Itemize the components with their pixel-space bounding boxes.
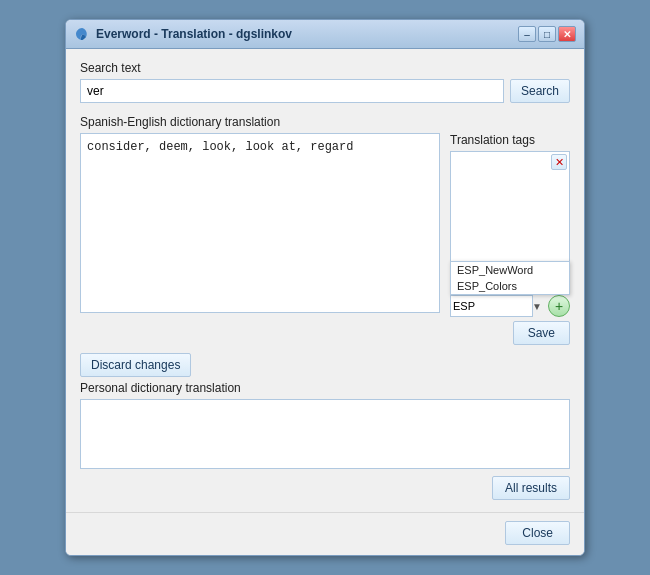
main-area: consider, deem, look, look at, regard Tr… [80, 133, 570, 345]
personal-dict-textarea[interactable] [80, 399, 570, 469]
discard-changes-button[interactable]: Discard changes [80, 353, 191, 377]
main-content: Search text Search Spanish-English dicti… [66, 49, 584, 512]
add-tag-button[interactable]: + [548, 295, 570, 317]
all-results-button[interactable]: All results [492, 476, 570, 500]
search-row: Search [80, 79, 570, 103]
search-label: Search text [80, 61, 570, 75]
title-buttons: – □ ✕ [518, 26, 576, 42]
personal-dict-bottom: All results [80, 476, 570, 500]
tags-label: Translation tags [450, 133, 570, 147]
discard-row: Discard changes [80, 353, 570, 377]
dropdown-list: ESP_NewWord ESP_Colors [450, 261, 570, 295]
title-bar-left: Everword - Translation - dgslinkov [74, 26, 292, 42]
search-input[interactable] [80, 79, 504, 103]
dropdown-item-newword[interactable]: ESP_NewWord [451, 262, 569, 278]
dict-translation-section: consider, deem, look, look at, regard [80, 133, 440, 345]
tags-dropdown[interactable]: ESP ESP_NewWord ESP_Colors [450, 295, 533, 317]
title-bar: Everword - Translation - dgslinkov – □ ✕ [66, 20, 584, 49]
personal-dict-section: Personal dictionary translation All resu… [80, 381, 570, 500]
main-window: Everword - Translation - dgslinkov – □ ✕… [65, 19, 585, 556]
footer-row: Close [66, 512, 584, 555]
app-icon [74, 26, 90, 42]
dict-translation-textarea[interactable]: consider, deem, look, look at, regard [80, 133, 440, 313]
dropdown-arrow-icon: ▼ [532, 301, 542, 312]
dropdown-overlay: ESP_NewWord ESP_Colors ESP ESP_NewWord E… [450, 291, 570, 317]
window-title: Everword - Translation - dgslinkov [96, 27, 292, 41]
dropdown-item-colors[interactable]: ESP_Colors [451, 278, 569, 294]
tags-section: Translation tags ✕ ESP_NewWord ESP_Color… [450, 133, 570, 345]
close-button[interactable]: Close [505, 521, 570, 545]
plus-icon: + [555, 298, 563, 314]
tags-clear-button[interactable]: ✕ [551, 154, 567, 170]
select-wrapper: ESP ESP_NewWord ESP_Colors ▼ [450, 295, 544, 317]
personal-dict-label: Personal dictionary translation [80, 381, 570, 395]
restore-button[interactable]: □ [538, 26, 556, 42]
search-button[interactable]: Search [510, 79, 570, 103]
save-button[interactable]: Save [513, 321, 570, 345]
window-close-button[interactable]: ✕ [558, 26, 576, 42]
dict-translation-label: Spanish-English dictionary translation [80, 115, 570, 129]
tags-controls: ESP ESP_NewWord ESP_Colors ▼ + [450, 295, 570, 317]
minimize-button[interactable]: – [518, 26, 536, 42]
